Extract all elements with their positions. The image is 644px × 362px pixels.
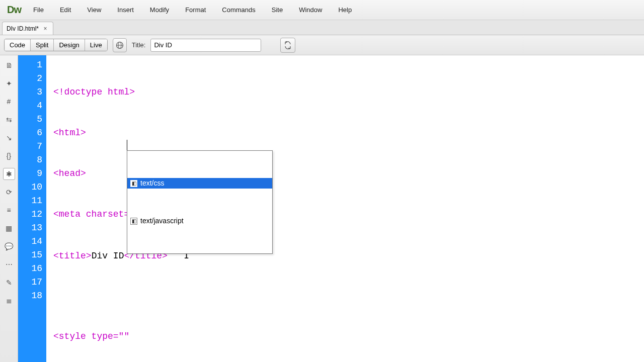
line-number: 13 bbox=[18, 221, 42, 235]
star-icon[interactable]: ✱ bbox=[3, 168, 15, 180]
preview-browser-button[interactable] bbox=[113, 38, 127, 52]
line-number: 6 bbox=[18, 126, 42, 140]
autocomplete-item[interactable]: ◧ text/css bbox=[127, 178, 272, 189]
line-number: 14 bbox=[18, 235, 42, 248]
page-icon[interactable]: 🗎 bbox=[3, 59, 15, 71]
pencil-icon[interactable]: ✎ bbox=[3, 277, 15, 289]
close-icon[interactable]: × bbox=[42, 25, 49, 32]
curly-icon[interactable]: {} bbox=[3, 150, 15, 162]
line-number: 1 bbox=[18, 58, 42, 72]
document-tabbar: DIv ID.html* × bbox=[0, 20, 644, 35]
line-number: 17 bbox=[18, 276, 42, 289]
window-icon[interactable]: ▦ bbox=[3, 222, 15, 234]
app-logo: Dw bbox=[3, 4, 25, 16]
code-line: <style type="" bbox=[53, 331, 129, 341]
menu-commands[interactable]: Commands bbox=[214, 0, 263, 20]
gear-icon[interactable]: ✦ bbox=[3, 77, 15, 89]
autocomplete-item[interactable]: ◧ text/javascript bbox=[127, 216, 272, 226]
menu-edit[interactable]: Edit bbox=[52, 0, 79, 20]
menu-window[interactable]: Window bbox=[291, 0, 330, 20]
braces-icon[interactable]: ⇆ bbox=[3, 114, 15, 126]
autocomplete-item-label: text/css bbox=[140, 176, 164, 190]
split-view-button[interactable]: Split bbox=[31, 39, 54, 51]
document-tab[interactable]: DIv ID.html* × bbox=[2, 22, 53, 35]
code-line: <html> bbox=[53, 128, 86, 138]
code-toolbar-strip: 🗎 ✦ # ⇆ ↘ {} ✱ ⟳ ≡ ▦ 💬 ⋯ ✎ ≣ bbox=[0, 55, 18, 362]
line-number: 7 bbox=[18, 140, 42, 153]
line-number: 8 bbox=[18, 153, 42, 167]
menu-insert[interactable]: Insert bbox=[109, 0, 142, 20]
live-view-button[interactable]: Live bbox=[85, 39, 107, 51]
code-line: <!doctype html> bbox=[53, 87, 135, 97]
line-number: 9 bbox=[18, 167, 42, 180]
line-number: 12 bbox=[18, 208, 42, 221]
main-area: 🗎 ✦ # ⇆ ↘ {} ✱ ⟳ ≡ ▦ 💬 ⋯ ✎ ≣ 1 2 3 4 5 6… bbox=[0, 55, 644, 362]
line-number: 11 bbox=[18, 194, 42, 208]
line-number: 3 bbox=[18, 85, 42, 99]
text-caret bbox=[127, 140, 127, 150]
code-text: Div ID bbox=[92, 251, 124, 261]
autocomplete-item-label: text/javascript bbox=[140, 214, 184, 228]
script-icon: ◧ bbox=[130, 218, 137, 225]
line-number: 4 bbox=[18, 99, 42, 113]
chat-icon[interactable]: 💬 bbox=[3, 240, 15, 252]
code-line: <head> bbox=[53, 168, 86, 178]
title-input[interactable] bbox=[150, 39, 261, 52]
line-number-gutter: 1 2 3 4 5 6 7 8 9 10 11 12 13 14 15 16 1… bbox=[18, 55, 46, 362]
code-line: <title> bbox=[53, 251, 92, 261]
code-editor[interactable]: <!doctype html> <html> <head> <meta char… bbox=[46, 55, 644, 362]
menu-help[interactable]: Help bbox=[330, 0, 360, 20]
menu-site[interactable]: Site bbox=[264, 0, 291, 20]
code-view-button[interactable]: Code bbox=[5, 39, 31, 51]
line-number: 16 bbox=[18, 262, 42, 276]
line-number: 10 bbox=[18, 180, 42, 194]
arrow-icon[interactable]: ↘ bbox=[3, 132, 15, 144]
menu-bar: Dw File Edit View Insert Modify Format C… bbox=[0, 0, 644, 20]
script-icon: ◧ bbox=[130, 180, 137, 187]
view-mode-group: Code Split Design Live bbox=[4, 39, 108, 51]
autocomplete-popup: ◧ text/css ◧ text/javascript bbox=[127, 150, 273, 254]
line-number: 5 bbox=[18, 113, 42, 126]
globe-icon bbox=[116, 41, 124, 49]
document-tab-label: DIv ID.html* bbox=[7, 25, 39, 32]
menu-view[interactable]: View bbox=[79, 0, 109, 20]
menu-modify[interactable]: Modify bbox=[142, 0, 177, 20]
sync-icon bbox=[284, 41, 292, 49]
list-icon[interactable]: ≡ bbox=[3, 204, 15, 216]
ellipsis-icon[interactable]: ⋯ bbox=[3, 258, 15, 270]
menu-format[interactable]: Format bbox=[177, 0, 214, 20]
line-number: 2 bbox=[18, 72, 42, 85]
file-management-button[interactable] bbox=[280, 38, 295, 53]
document-toolbar: Code Split Design Live Title: bbox=[0, 35, 644, 55]
line-number: 15 bbox=[18, 248, 42, 262]
design-view-button[interactable]: Design bbox=[54, 39, 85, 51]
stack-icon[interactable]: ≣ bbox=[3, 295, 15, 307]
hash-icon[interactable]: # bbox=[3, 96, 15, 108]
menu-file[interactable]: File bbox=[25, 0, 52, 20]
line-number: 18 bbox=[18, 289, 42, 303]
title-label: Title: bbox=[132, 41, 146, 49]
refresh-icon[interactable]: ⟳ bbox=[3, 186, 15, 198]
